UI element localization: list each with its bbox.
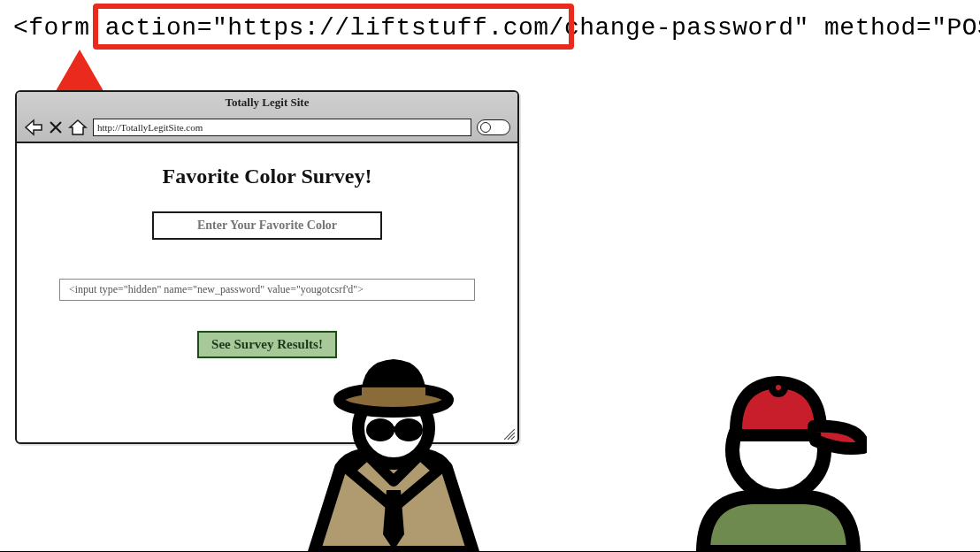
- code-prefix: <form: [13, 14, 105, 42]
- hacker-spy-icon: [296, 349, 491, 552]
- browser-viewport: Favorite Color Survey! <input type="hidd…: [17, 143, 517, 367]
- svg-rect-6: [362, 387, 425, 398]
- home-icon[interactable]: [68, 119, 88, 136]
- user-cap-icon: [690, 366, 867, 552]
- browser-nav-row: http://TotallyLegitSite.com: [24, 119, 510, 136]
- code-action: action="https://liftstuff.com/change-pas…: [105, 14, 809, 42]
- back-arrow-icon[interactable]: [24, 119, 43, 136]
- code-method: method="POST">: [809, 14, 980, 42]
- svg-rect-4: [390, 426, 399, 432]
- favorite-color-input[interactable]: [152, 211, 382, 240]
- url-bar-input[interactable]: http://TotallyLegitSite.com: [93, 119, 471, 136]
- svg-point-8: [772, 381, 785, 394]
- form-code-snippet: <form action="https://liftstuff.com/chan…: [13, 14, 980, 42]
- page-title: Favorite Color Survey!: [34, 165, 500, 188]
- close-x-icon[interactable]: [49, 119, 63, 136]
- browser-title: Totally Legit Site: [17, 96, 517, 110]
- resize-grip-icon: [504, 429, 515, 440]
- hidden-input-code: <input type="hidden" name="new_password"…: [59, 279, 475, 301]
- search-icon[interactable]: [477, 119, 510, 135]
- browser-chrome: Totally Legit Site http://TotallyLegitSi…: [17, 92, 517, 143]
